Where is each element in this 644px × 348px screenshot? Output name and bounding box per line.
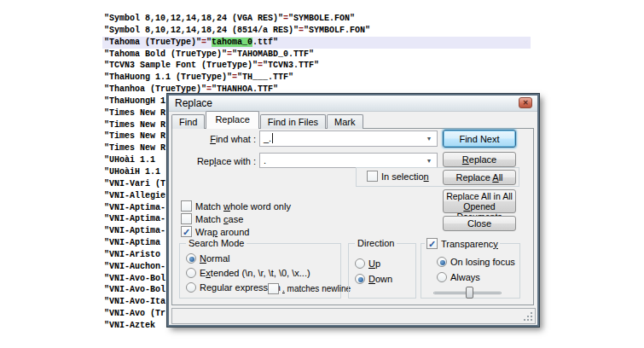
dropdown-arrow-icon[interactable]: ▼	[423, 155, 435, 166]
radio-normal-label: Normal	[200, 253, 229, 264]
transparency-label: Transparency	[441, 239, 498, 249]
highlighted-match: tahoma_0	[212, 38, 252, 47]
find-next-button[interactable]: Find Next	[443, 130, 516, 148]
tab-replace[interactable]: Replace	[206, 111, 258, 129]
dialog-title: Replace	[175, 97, 212, 109]
radio-icon	[355, 258, 365, 269]
checkbox-icon	[181, 213, 192, 224]
dialog-status-bar	[171, 308, 536, 324]
tab-mark[interactable]: Mark	[327, 114, 363, 129]
checkbox-icon	[181, 200, 192, 212]
resize-grip[interactable]	[524, 312, 533, 322]
radio-on-losing-focus[interactable]: On losing focus	[437, 257, 515, 267]
tab-find-in-files[interactable]: Find in Files	[260, 114, 326, 129]
radio-down[interactable]: Down	[355, 274, 392, 284]
radio-normal[interactable]: Normal	[186, 253, 229, 264]
radio-up[interactable]: Up	[355, 258, 380, 269]
radio-on-losing-focus-label: On losing focus	[450, 257, 515, 267]
wrap-around-label: Wrap around	[195, 227, 249, 237]
radio-icon	[437, 257, 447, 267]
wrap-around-checkbox[interactable]: ✓ Wrap around	[181, 226, 249, 237]
match-case-label: Match case	[195, 214, 243, 224]
radio-extended[interactable]: Extended (\n, \r, \t, \0, \x...)	[186, 268, 310, 278]
matches-newline-label: . matches newline	[282, 284, 351, 293]
radio-icon	[355, 274, 365, 284]
matches-newline-checkbox[interactable]: . matches newline	[268, 283, 351, 294]
editor-line: "TCVN3 Sample Font (TrueType)"="TCVN3.TT…	[102, 60, 531, 72]
radio-icon	[186, 282, 196, 293]
match-case-checkbox[interactable]: Match case	[181, 213, 243, 224]
in-selection-label: In selection	[381, 171, 429, 182]
checkbox-icon	[367, 171, 378, 182]
replace-with-value: .	[264, 155, 266, 165]
replace-with-combobox[interactable]: . ▼	[259, 153, 438, 168]
tab-find[interactable]: Find	[171, 114, 205, 129]
dialog-titlebar[interactable]: Replace ✕	[169, 96, 537, 112]
editor-line: "ThaHuong 1.1 (TrueType)"="TH___.TTF"	[102, 72, 531, 84]
slider-thumb[interactable]	[466, 287, 473, 299]
direction-group: Direction	[348, 243, 416, 299]
radio-extended-label: Extended (\n, \r, \t, \0, \x...)	[200, 268, 310, 278]
direction-title: Direction	[355, 238, 397, 248]
tab-pane: Find what : _. ▼ Find Next Replace with …	[171, 128, 534, 305]
find-what-combobox[interactable]: _. ▼	[259, 130, 438, 147]
editor-line: "Tahoma Bold (TrueType)"="TAHOMABD_0.TTF…	[102, 49, 531, 61]
find-what-label: Find what :	[172, 134, 256, 144]
radio-up-label: Up	[368, 258, 380, 269]
transparency-slider[interactable]	[433, 287, 502, 299]
close-button[interactable]: ✕	[519, 97, 532, 108]
match-whole-word-checkbox[interactable]: Match whole word only	[181, 200, 291, 212]
checkbox-icon	[268, 283, 279, 294]
radio-always-label: Always	[450, 272, 480, 282]
replace-with-label: Replace with :	[172, 156, 256, 166]
radio-icon	[186, 268, 196, 278]
replace-all-button[interactable]: Replace All	[443, 170, 516, 185]
screen: "Symbol 8,10,12,14,18,24 (VGA RES)"="SYM…	[0, 0, 644, 348]
search-mode-title: Search Mode	[186, 238, 247, 248]
editor-current-line: "Tahoma (TrueType)"="tahoma_0.ttf"	[102, 37, 531, 49]
transparency-checkbox[interactable]: ✓ Transparency	[425, 238, 500, 249]
find-what-value: _.	[264, 133, 271, 143]
in-selection-checkbox[interactable]: In selection	[367, 171, 429, 182]
replace-all-opened-button[interactable]: Replace All in All Opened Documents	[443, 189, 516, 213]
checkbox-icon: ✓	[181, 226, 192, 237]
replace-dialog: Replace ✕ Find Replace Find in Files Mar…	[167, 94, 539, 327]
close-icon: ✕	[519, 98, 531, 107]
text-caret	[272, 133, 273, 143]
tab-strip: Find Replace Find in Files Mark	[171, 111, 364, 129]
dropdown-arrow-icon[interactable]: ▼	[423, 133, 435, 144]
close-dialog-button[interactable]: Close	[443, 216, 516, 231]
radio-regular-expression[interactable]: Regular expression	[186, 282, 281, 293]
editor-line: "Symbol 8,10,12,14,18,24 (8514/a RES)"="…	[102, 25, 531, 37]
replace-button[interactable]: Replace	[443, 152, 516, 167]
radio-always[interactable]: Always	[437, 272, 480, 282]
radio-down-label: Down	[368, 274, 392, 284]
radio-icon	[186, 253, 196, 264]
radio-icon	[437, 272, 447, 282]
editor-line: "Symbol 8,10,12,14,18,24 (VGA RES)"="SYM…	[102, 13, 531, 25]
checkbox-icon: ✓	[426, 238, 438, 249]
match-whole-word-label: Match whole word only	[195, 201, 291, 212]
